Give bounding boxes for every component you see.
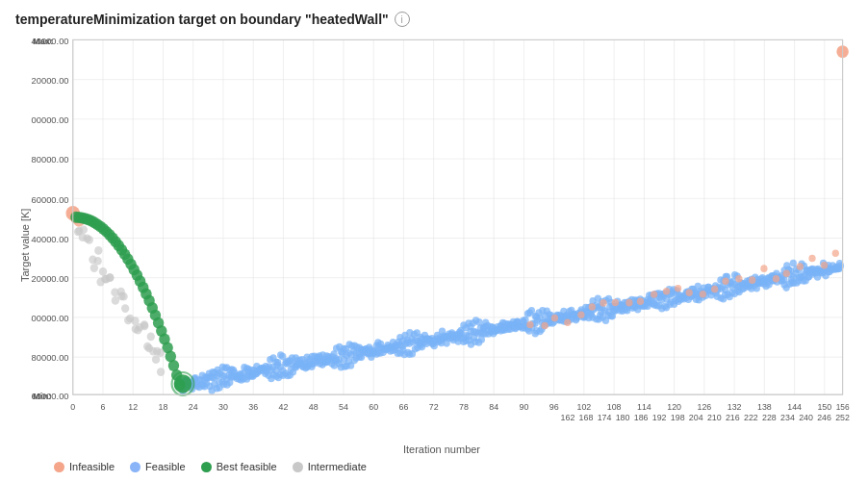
svg-text:150: 150 — [817, 402, 831, 412]
svg-text:Max:: Max: — [33, 36, 53, 46]
svg-text:78: 78 — [459, 402, 469, 412]
svg-text:400000.00: 400000.00 — [31, 313, 69, 323]
chart-svg: 540000.00 520000.00 500000.00 480000.00 … — [31, 35, 853, 442]
svg-point-965 — [99, 267, 107, 276]
svg-text:114: 114 — [637, 402, 651, 412]
svg-text:0: 0 — [70, 402, 75, 412]
svg-point-975 — [119, 292, 127, 301]
svg-point-987 — [147, 333, 155, 342]
svg-point-911 — [773, 275, 779, 283]
svg-text:252: 252 — [835, 413, 850, 422]
svg-point-896 — [589, 303, 596, 311]
legend-item-best-feasible: Best feasible — [201, 461, 277, 472]
chart-svg-container: 540000.00 520000.00 500000.00 480000.00 … — [31, 35, 853, 442]
svg-text:144: 144 — [787, 402, 802, 412]
svg-point-983 — [140, 322, 148, 331]
legend-item-feasible: Feasible — [130, 461, 186, 472]
svg-text:36: 36 — [248, 402, 258, 412]
chart-inner: 540000.00 520000.00 500000.00 480000.00 … — [31, 35, 853, 455]
svg-point-908 — [735, 275, 742, 283]
svg-text:210: 210 — [707, 413, 722, 422]
svg-point-900 — [637, 298, 644, 306]
svg-point-902 — [663, 288, 670, 295]
svg-text:204: 204 — [689, 413, 703, 422]
svg-point-906 — [711, 286, 718, 293]
svg-text:186: 186 — [634, 413, 649, 422]
legend-item-infeasible: Infeasible — [54, 461, 115, 472]
legend-label-intermediate: Intermediate — [308, 461, 367, 472]
svg-text:180: 180 — [616, 413, 630, 422]
svg-point-909 — [749, 276, 755, 284]
svg-text:138: 138 — [757, 402, 772, 412]
svg-text:198: 198 — [671, 413, 685, 422]
svg-text:380000.00: 380000.00 — [31, 352, 69, 363]
svg-text:162: 162 — [561, 413, 575, 422]
info-icon[interactable]: i — [395, 12, 410, 27]
svg-text:60: 60 — [369, 402, 378, 412]
svg-point-901 — [651, 291, 657, 298]
svg-text:66: 66 — [399, 402, 409, 412]
y-axis-label: Target value [K] — [15, 35, 31, 455]
legend-dot-feasible — [130, 462, 140, 472]
x-axis-label: Iteration number — [31, 442, 853, 455]
svg-point-907 — [722, 278, 728, 286]
svg-text:480000.00: 480000.00 — [31, 154, 69, 165]
chart-wrapper: Target value [K] — [15, 35, 853, 455]
svg-text:168: 168 — [579, 413, 594, 422]
svg-point-912 — [783, 270, 790, 278]
svg-text:84: 84 — [489, 402, 498, 412]
svg-text:440000.00: 440000.00 — [31, 234, 69, 244]
legend-dot-best-feasible — [201, 462, 212, 472]
svg-point-903 — [675, 285, 681, 292]
svg-text:54: 54 — [339, 402, 348, 412]
svg-point-914 — [808, 255, 815, 263]
svg-point-961 — [90, 264, 98, 272]
chart-area: Target value [K] — [15, 35, 853, 472]
svg-text:234: 234 — [780, 413, 795, 422]
svg-text:246: 246 — [817, 413, 831, 422]
svg-text:120: 120 — [667, 402, 681, 412]
svg-point-915 — [821, 262, 828, 269]
svg-point-990 — [157, 348, 165, 357]
title-row: temperatureMinimization target on bounda… — [15, 12, 853, 27]
svg-point-974 — [121, 304, 129, 313]
svg-point-963 — [94, 246, 102, 255]
svg-text:42: 42 — [279, 402, 289, 412]
svg-text:216: 216 — [726, 413, 740, 422]
svg-point-959 — [86, 236, 93, 244]
svg-text:126: 126 — [697, 402, 711, 412]
legend-item-intermediate: Intermediate — [293, 461, 367, 472]
svg-text:156: 156 — [836, 402, 850, 412]
svg-text:12: 12 — [128, 402, 138, 412]
svg-text:24: 24 — [189, 402, 198, 412]
legend-label-feasible: Feasible — [145, 461, 186, 472]
chart-title: temperatureMinimization target on bounda… — [15, 12, 389, 27]
svg-point-962 — [94, 257, 102, 266]
svg-text:108: 108 — [607, 402, 622, 412]
svg-point-989 — [152, 355, 160, 364]
main-container: temperatureMinimization target on bounda… — [0, 0, 868, 482]
svg-point-957 — [80, 225, 88, 234]
legend-dot-intermediate — [293, 462, 303, 472]
svg-text:460000.00: 460000.00 — [31, 193, 69, 204]
svg-text:192: 192 — [652, 413, 667, 422]
svg-text:30: 30 — [218, 402, 228, 412]
svg-text:132: 132 — [728, 402, 742, 412]
legend-label-infeasible: Infeasible — [69, 461, 115, 472]
svg-text:500000.00: 500000.00 — [31, 114, 69, 125]
legend: Infeasible Feasible Best feasible Interm… — [15, 455, 853, 472]
svg-point-991 — [157, 368, 165, 376]
svg-text:90: 90 — [519, 402, 528, 412]
svg-text:228: 228 — [762, 413, 777, 422]
svg-text:18: 18 — [159, 402, 168, 412]
svg-point-904 — [686, 289, 693, 296]
svg-text:6: 6 — [101, 402, 106, 412]
svg-point-910 — [760, 265, 767, 272]
svg-text:174: 174 — [598, 413, 612, 422]
svg-point-899 — [625, 299, 632, 307]
svg-point-952 — [174, 374, 192, 393]
svg-point-894 — [564, 319, 571, 327]
svg-text:420000.00: 420000.00 — [31, 273, 69, 284]
svg-point-916 — [832, 249, 839, 257]
svg-text:Min:: Min: — [33, 390, 51, 400]
